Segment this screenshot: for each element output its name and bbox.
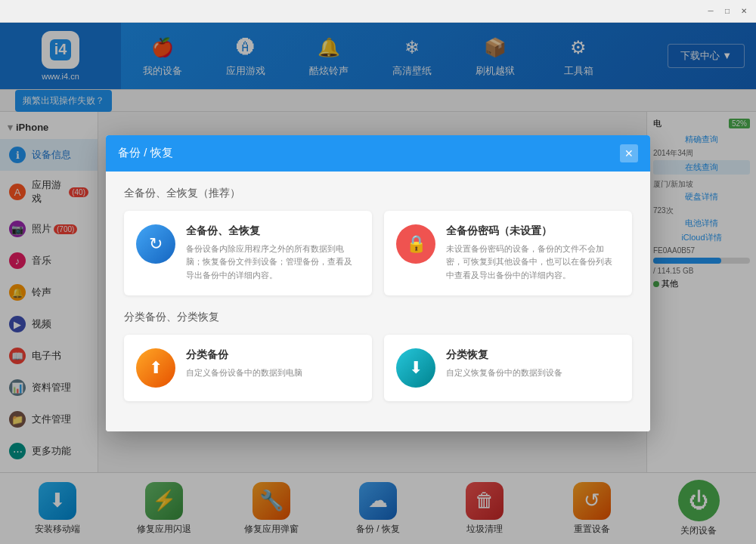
card-icon-backup-password: 🔒	[396, 224, 435, 264]
card-desc-backup-password: 未设置备份密码的设备，备份的文件不会加密，可恢复到其他设备中，也可以在备份列表中…	[446, 243, 620, 283]
minimize-button[interactable]: ─	[704, 5, 717, 18]
card-text-category-restore: 分类恢复 自定义恢复备份中的数据到设备	[446, 348, 562, 380]
card-desc-category-restore: 自定义恢复备份中的数据到设备	[446, 366, 562, 380]
close-window-button[interactable]: ✕	[737, 5, 751, 18]
title-bar: ─ □ ✕	[0, 0, 756, 23]
card-text-backup-password: 全备份密码（未设置） 未设置备份密码的设备，备份的文件不会加密，可恢复到其他设备…	[446, 224, 620, 283]
card-title-full-backup: 全备份、全恢复	[186, 224, 360, 238]
card-title-category-restore: 分类恢复	[446, 348, 562, 362]
card-desc-full-backup: 备份设备内除应用程序之外的所有数据到电脑；恢复备份文件到设备；管理备份，查看及导…	[186, 243, 360, 283]
card-title-category-backup: 分类备份	[186, 348, 302, 362]
bottom-card-row: ⬆ 分类备份 自定义备份设备中的数据到电脑 ⬇ 分类恢复 自定义恢复备份中的数据…	[124, 335, 632, 401]
card-icon-category-restore: ⬇	[396, 348, 435, 388]
card-title-backup-password: 全备份密码（未设置）	[446, 224, 620, 238]
card-icon-category-backup: ⬆	[136, 348, 175, 388]
top-card-row: ↻ 全备份、全恢复 备份设备内除应用程序之外的所有数据到电脑；恢复备份文件到设备…	[124, 211, 632, 296]
backup-restore-modal: 备份 / 恢复 ✕ 全备份、全恢复（推荐） ↻ 全备份、全恢复 备份设备内除应用…	[106, 135, 650, 432]
modal-card-backup-password[interactable]: 🔒 全备份密码（未设置） 未设置备份密码的设备，备份的文件不会加密，可恢复到其他…	[384, 211, 632, 296]
modal-title: 备份 / 恢复	[118, 146, 173, 160]
card-desc-category-backup: 自定义备份设备中的数据到电脑	[186, 366, 302, 380]
section1-title: 全备份、全恢复（推荐）	[124, 187, 632, 200]
modal-card-full-backup[interactable]: ↻ 全备份、全恢复 备份设备内除应用程序之外的所有数据到电脑；恢复备份文件到设备…	[124, 211, 372, 296]
modal-overlay: 备份 / 恢复 ✕ 全备份、全恢复（推荐） ↻ 全备份、全恢复 备份设备内除应用…	[0, 23, 756, 544]
card-text-full-backup: 全备份、全恢复 备份设备内除应用程序之外的所有数据到电脑；恢复备份文件到设备；管…	[186, 224, 360, 283]
modal-card-category-backup[interactable]: ⬆ 分类备份 自定义备份设备中的数据到电脑	[124, 335, 372, 401]
modal-close-button[interactable]: ✕	[620, 144, 638, 162]
card-text-category-backup: 分类备份 自定义备份设备中的数据到电脑	[186, 348, 302, 380]
modal-card-category-restore[interactable]: ⬇ 分类恢复 自定义恢复备份中的数据到设备	[384, 335, 632, 401]
section2-title: 分类备份、分类恢复	[124, 311, 632, 324]
maximize-button[interactable]: □	[720, 5, 734, 18]
card-icon-full-backup: ↻	[136, 224, 175, 264]
modal-body: 全备份、全恢复（推荐） ↻ 全备份、全恢复 备份设备内除应用程序之外的所有数据到…	[106, 172, 650, 432]
modal-header: 备份 / 恢复 ✕	[106, 135, 650, 172]
